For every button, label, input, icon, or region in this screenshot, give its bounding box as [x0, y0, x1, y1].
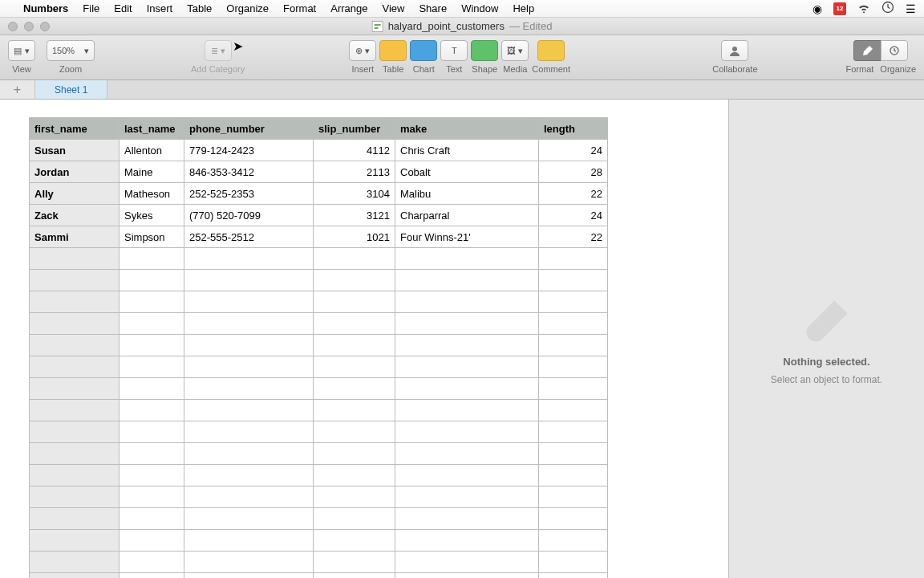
cell[interactable]: Sykes	[120, 205, 184, 226]
cell[interactable]: 28	[539, 161, 608, 183]
app-menu[interactable]: Numbers	[16, 2, 75, 14]
cell[interactable]	[184, 335, 314, 356]
cell[interactable]	[120, 291, 184, 313]
table-row[interactable]	[30, 421, 608, 443]
menu-file[interactable]: File	[75, 2, 107, 14]
canvas[interactable]: first_name last_name phone_number slip_n…	[0, 100, 728, 578]
table-row[interactable]	[30, 573, 608, 579]
cell[interactable]	[184, 356, 314, 378]
cell[interactable]: 779-124-2423	[184, 140, 314, 161]
cell[interactable]	[395, 313, 539, 335]
cell[interactable]	[120, 486, 184, 508]
cell[interactable]	[120, 400, 184, 421]
cell[interactable]	[120, 356, 184, 378]
cell[interactable]: 24	[539, 205, 608, 226]
add-sheet-button[interactable]: +	[0, 80, 35, 99]
spreadsheet-table[interactable]: first_name last_name phone_number slip_n…	[29, 117, 608, 578]
cell[interactable]	[30, 356, 120, 378]
cell[interactable]	[395, 400, 539, 421]
cell[interactable]	[30, 552, 120, 573]
cell[interactable]: 2113	[314, 161, 395, 183]
menu-view[interactable]: View	[375, 2, 411, 14]
cell[interactable]	[120, 248, 184, 270]
table-row[interactable]	[30, 486, 608, 508]
cell[interactable]	[30, 530, 120, 552]
col-length[interactable]: length	[539, 118, 608, 140]
table-row[interactable]	[30, 291, 608, 313]
menu-share[interactable]: Share	[411, 2, 454, 14]
view-button[interactable]: ▤ ▾	[8, 40, 35, 61]
table-row[interactable]: Zack Sykes (770) 520-7099 3121 Charparra…	[30, 205, 608, 226]
table-row[interactable]	[30, 313, 608, 335]
cell[interactable]	[184, 573, 314, 579]
cell[interactable]	[539, 291, 608, 313]
cell[interactable]	[539, 443, 608, 465]
cell[interactable]	[120, 530, 184, 552]
table-row[interactable]	[30, 270, 608, 291]
cell[interactable]: (770) 520-7099	[184, 205, 314, 226]
cell[interactable]: Simpson	[120, 226, 184, 248]
cell[interactable]	[395, 573, 539, 579]
table-row[interactable]: Sammi Simpson 252-555-2512 1021 Four Win…	[30, 226, 608, 248]
table-row[interactable]	[30, 248, 608, 270]
cell[interactable]: Maine	[120, 161, 184, 183]
cell[interactable]: Matheson	[120, 183, 184, 205]
cell[interactable]	[184, 421, 314, 443]
cell[interactable]: Cobalt	[395, 161, 539, 183]
cell[interactable]: Allenton	[120, 140, 184, 161]
cell[interactable]	[539, 508, 608, 530]
cell[interactable]: 4112	[314, 140, 395, 161]
cell[interactable]	[395, 443, 539, 465]
cell[interactable]: Zack	[30, 205, 120, 226]
text-button[interactable]: T	[440, 40, 468, 61]
col-last-name[interactable]: last_name	[120, 118, 184, 140]
clock-icon[interactable]	[881, 1, 894, 16]
cell[interactable]	[395, 270, 539, 291]
cell[interactable]	[539, 335, 608, 356]
cell[interactable]	[395, 508, 539, 530]
zoom-window-button[interactable]	[40, 22, 50, 31]
table-row[interactable]	[30, 378, 608, 400]
cell[interactable]	[30, 400, 120, 421]
cell[interactable]	[314, 356, 395, 378]
cell[interactable]	[120, 313, 184, 335]
cell[interactable]	[539, 378, 608, 400]
cell[interactable]	[395, 421, 539, 443]
table-row[interactable]	[30, 356, 608, 378]
cell[interactable]	[539, 552, 608, 573]
cell[interactable]	[395, 248, 539, 270]
cell[interactable]: Charparral	[395, 205, 539, 226]
cell[interactable]	[314, 270, 395, 291]
cell[interactable]	[395, 552, 539, 573]
close-window-button[interactable]	[8, 22, 18, 31]
menu-extras-icon[interactable]: ☰	[906, 2, 916, 15]
cell[interactable]	[314, 530, 395, 552]
cell[interactable]	[120, 443, 184, 465]
menu-table[interactable]: Table	[180, 2, 219, 14]
cell[interactable]	[314, 573, 395, 579]
cell[interactable]: Jordan	[30, 161, 120, 183]
cell[interactable]	[539, 573, 608, 579]
cell[interactable]	[395, 335, 539, 356]
cell[interactable]	[539, 421, 608, 443]
menu-edit[interactable]: Edit	[107, 2, 139, 14]
media-button[interactable]: 🖼 ▾	[501, 40, 529, 61]
cell[interactable]: Ally	[30, 183, 120, 205]
cell[interactable]	[395, 486, 539, 508]
cell[interactable]	[30, 465, 120, 486]
cell[interactable]: 3121	[314, 205, 395, 226]
cell[interactable]	[395, 291, 539, 313]
table-row[interactable]	[30, 335, 608, 356]
cell[interactable]: 846-353-3412	[184, 161, 314, 183]
cell[interactable]	[184, 313, 314, 335]
cell[interactable]: 1021	[314, 226, 395, 248]
cell[interactable]	[314, 378, 395, 400]
cell[interactable]	[539, 530, 608, 552]
cell[interactable]: 22	[539, 226, 608, 248]
zoom-dropdown[interactable]: 150%▾	[47, 40, 95, 61]
cell[interactable]	[539, 356, 608, 378]
cell[interactable]	[184, 552, 314, 573]
cell[interactable]	[395, 356, 539, 378]
comment-button[interactable]	[537, 40, 565, 61]
cell[interactable]	[539, 465, 608, 486]
